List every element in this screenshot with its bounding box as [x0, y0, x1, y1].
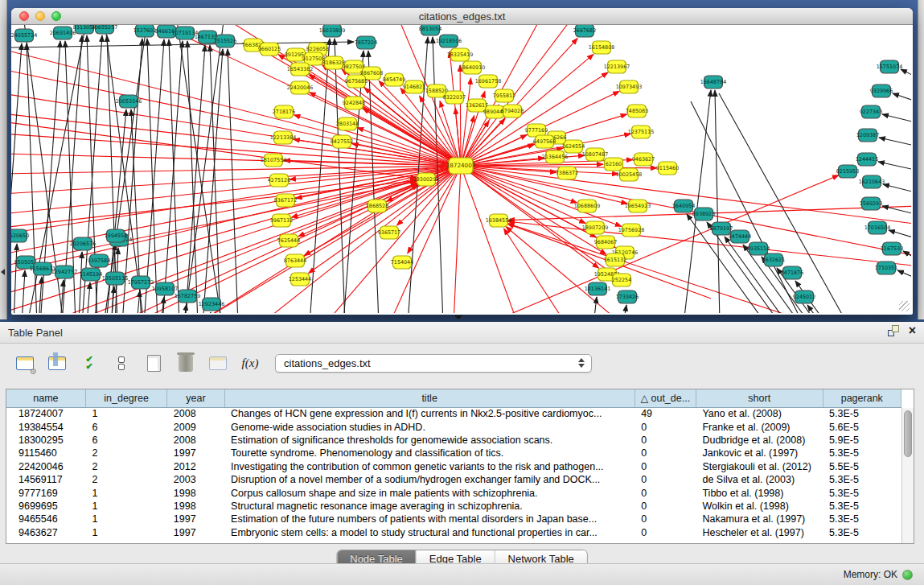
network-canvas[interactable]: 2405572420691406831305410655257152760284… — [11, 25, 911, 313]
graph-node[interactable]: 18907209 — [582, 221, 609, 234]
table-cell[interactable]: 22420046 — [6, 460, 85, 473]
column-header-in_degree[interactable]: in_degree — [85, 389, 166, 407]
graph-node[interactable]: 21364456 — [542, 150, 569, 163]
graph-node[interactable]: 252254 — [612, 274, 631, 286]
graph-node[interactable]: 8215953 — [836, 165, 859, 178]
table-cell[interactable]: Estimation of the future numbers of pati… — [224, 513, 634, 525]
table-cell[interactable]: 0 — [634, 500, 696, 513]
table-cell[interactable]: 5.5E-5 — [823, 460, 901, 473]
graph-node[interactable]: 8813054 — [419, 25, 441, 35]
graph-node[interactable]: 9329966 — [870, 84, 893, 97]
graph-node[interactable]: 8763444 — [284, 254, 306, 267]
graph-node[interactable]: 18640910 — [459, 61, 486, 74]
column-header-pagerank[interactable]: pagerank — [823, 389, 901, 407]
table-cell[interactable]: 1997 — [167, 526, 224, 539]
table-row[interactable]: 946362711997Embryonic stem cells: a mode… — [6, 526, 901, 539]
table-row[interactable]: 1830029562008Estimation of significance … — [6, 434, 901, 447]
graph-node[interactable]: 1253444 — [289, 273, 311, 286]
graph-node[interactable]: 9397588 — [88, 254, 110, 267]
table-cell[interactable]: 1997 — [167, 513, 224, 525]
graph-node[interactable]: 9146821 — [403, 80, 425, 93]
graph-node[interactable]: 1868528 — [366, 200, 388, 212]
table-cell[interactable]: 0 — [634, 486, 696, 499]
graph-node[interactable]: 7955812 — [493, 89, 515, 102]
graph-node[interactable]: 9684067 — [594, 236, 617, 249]
table-cell[interactable]: 9699695 — [6, 500, 85, 513]
graph-node[interactable]: 1733426 — [616, 290, 639, 303]
graph-node[interactable]: 10973493 — [616, 80, 643, 93]
graph-node[interactable]: 9242848 — [343, 97, 365, 109]
table-selector-dropdown[interactable]: citations_edges.txt — [275, 354, 592, 373]
table-cell[interactable]: 5.6E-5 — [823, 420, 901, 433]
table-cell[interactable]: 2012 — [167, 460, 224, 473]
graph-node[interactable]: 7632621 — [762, 253, 785, 266]
graph-node[interactable]: 7515526 — [214, 35, 236, 47]
function-builder-icon[interactable]: f(x) — [240, 352, 261, 373]
table-cell[interactable]: Dudbridge et al. (2008) — [696, 434, 823, 447]
table-cell[interactable]: Nakamura et al. (1997) — [696, 513, 823, 525]
graph-node[interactable]: 2667682 — [573, 25, 596, 37]
table-cell[interactable]: 5.3E-5 — [823, 486, 901, 499]
graph-node[interactable]: 19384554 — [486, 214, 512, 227]
table-cell[interactable]: 1998 — [167, 500, 224, 513]
table-cell[interactable]: 6 — [85, 434, 166, 447]
graph-node[interactable]: 16648784 — [700, 76, 727, 89]
graph-node[interactable]: 8367172 — [274, 194, 297, 207]
graph-node[interactable]: 7857224 — [355, 36, 377, 49]
graph-node[interactable]: 16210643 — [859, 175, 885, 188]
graph-node[interactable]: 8322037 — [443, 91, 466, 104]
select-rows-icon[interactable]: ✔✔ — [79, 352, 100, 373]
graph-node[interactable]: 9675685 — [345, 75, 368, 88]
graph-node[interactable]: 8427552 — [331, 135, 353, 148]
right-splitter[interactable] — [918, 0, 924, 319]
graph-node[interactable]: 19654923 — [625, 200, 651, 212]
graph-node[interactable]: 1527602 — [133, 25, 156, 37]
graph-node[interactable]: 9463627 — [632, 153, 655, 166]
table-cell[interactable]: 5.3E-5 — [823, 447, 901, 459]
table-cell[interactable]: 2 — [85, 473, 166, 486]
graph-node[interactable]: 16543382 — [287, 63, 314, 76]
resize-grip-icon[interactable] — [899, 301, 910, 311]
column-select-icon[interactable] — [47, 352, 68, 373]
graph-node[interactable]: 22420046 — [287, 81, 314, 94]
table-cell[interactable]: 1 — [85, 513, 166, 525]
graph-node[interactable]: 12942757 — [51, 266, 78, 278]
graph-node[interactable]: 10025458 — [616, 168, 643, 181]
table-cell[interactable]: 0 — [634, 473, 696, 486]
graph-node[interactable]: 24055724 — [11, 29, 37, 42]
citation-network-graph[interactable]: 2405572420691406831305410655257152760284… — [11, 25, 911, 313]
table-cell[interactable]: Hescheler et al. (1997) — [696, 526, 823, 539]
table-cell[interactable]: 1997 — [167, 447, 224, 459]
table-cell[interactable]: 18724007 — [6, 407, 85, 420]
table-row[interactable]: 1456911722003Disruption of a novel membe… — [6, 473, 901, 486]
table-cell[interactable]: Wolkin et al. (1998) — [696, 500, 823, 513]
graph-node[interactable]: 2803144 — [336, 117, 359, 130]
graph-node[interactable]: 16033809 — [319, 25, 346, 37]
node-table-grid[interactable]: namein_degreeyeartitle△ out_de...shortpa… — [6, 389, 901, 539]
graph-node[interactable]: 9227343 — [860, 105, 882, 118]
graph-node[interactable]: 19218506 — [436, 35, 462, 47]
table-row[interactable]: 1938455462009Genome-wide association stu… — [6, 420, 901, 433]
table-cell[interactable]: 0 — [634, 513, 696, 525]
row-height-icon[interactable] — [111, 352, 132, 373]
graph-node[interactable]: 2935114 — [747, 242, 770, 255]
table-cell[interactable]: 1 — [85, 526, 166, 539]
graph-node[interactable]: 1710351 — [875, 262, 897, 274]
table-cell[interactable]: 5.3E-5 — [823, 513, 901, 525]
graph-node[interactable]: 1615132 — [604, 253, 626, 266]
graph-node[interactable]: 18325419 — [447, 48, 474, 61]
table-cell[interactable]: Structural magnetic resonance image aver… — [224, 500, 634, 513]
table-cell[interactable]: 0 — [634, 447, 696, 459]
graph-node[interactable]: 20206576 — [70, 237, 97, 250]
scrollbar-thumb[interactable] — [904, 410, 912, 457]
graph-node[interactable]: 12213967 — [604, 60, 630, 73]
graph-node[interactable]: 16154808 — [589, 41, 615, 54]
graph-node[interactable]: 12375115 — [628, 126, 655, 138]
table-row[interactable]: 946554611997Estimation of the future num… — [6, 513, 901, 525]
table-cell[interactable]: Corpus callosum shape and size in male p… — [224, 486, 634, 499]
table-cell[interactable]: Investigating the contribution of common… — [224, 460, 634, 473]
table-cell[interactable]: 14569117 — [6, 473, 85, 486]
network-window[interactable]: citations_edges.txt 24055724206914068313… — [11, 8, 913, 315]
table-cell[interactable]: 19384554 — [6, 420, 85, 433]
column-header-year[interactable]: year — [167, 389, 224, 407]
